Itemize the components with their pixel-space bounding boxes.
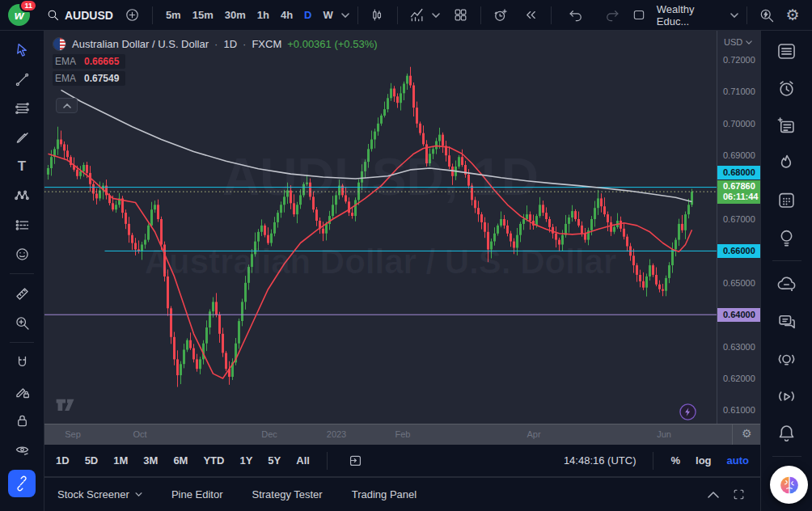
range-5y[interactable]: 5Y bbox=[268, 454, 281, 467]
magnet-tool[interactable] bbox=[11, 351, 33, 374]
tab-pine-editor[interactable]: Pine Editor bbox=[171, 488, 223, 500]
range-6m[interactable]: 6M bbox=[173, 454, 188, 467]
auto-scale-toggle[interactable]: auto bbox=[727, 454, 749, 467]
range-1m[interactable]: 1M bbox=[113, 454, 128, 467]
range-ytd[interactable]: YTD bbox=[203, 454, 224, 467]
range-1d[interactable]: 1D bbox=[56, 454, 70, 467]
indicator-row-ema-1[interactable]: EMA 0.66665 bbox=[53, 54, 125, 69]
tab-stock-screener[interactable]: Stock Screener bbox=[57, 488, 142, 500]
candlestick-chart[interactable] bbox=[44, 31, 717, 424]
watchlist-icon bbox=[776, 40, 797, 62]
interval-menu-chevron[interactable] bbox=[341, 13, 349, 18]
lock-all-drawings-tool[interactable] bbox=[11, 409, 33, 432]
ai-assistant-button[interactable] bbox=[770, 466, 808, 504]
magnet-icon bbox=[14, 354, 31, 371]
indicators-button[interactable] bbox=[406, 4, 429, 27]
xabcd-pattern-tool[interactable] bbox=[11, 184, 33, 207]
forecast-icon bbox=[14, 217, 31, 234]
interval-switcher: 5m 15m 30m 1h 4h D W bbox=[161, 9, 338, 21]
range-3m[interactable]: 3M bbox=[143, 454, 158, 467]
redo-button[interactable] bbox=[602, 4, 624, 27]
compare-add-button[interactable] bbox=[121, 4, 144, 27]
instant-trading-button[interactable] bbox=[679, 403, 697, 421]
settings-button[interactable]: ⚙ bbox=[781, 4, 804, 27]
tab-strategy-tester[interactable]: Strategy Tester bbox=[252, 488, 322, 500]
forecast-tool[interactable] bbox=[11, 213, 33, 236]
chevron-down-icon bbox=[135, 492, 142, 496]
layout-name[interactable]: Wealthy Educ... bbox=[657, 3, 724, 27]
tradingview-logo[interactable] bbox=[54, 396, 78, 412]
fib-retracement-tool[interactable] bbox=[11, 97, 33, 120]
play-waves-icon bbox=[776, 385, 797, 407]
data-window-button[interactable] bbox=[776, 115, 797, 137]
indicator-row-ema-2[interactable]: EMA 0.67549 bbox=[53, 71, 125, 86]
live-ideas-button[interactable] bbox=[776, 348, 797, 370]
streams-button[interactable] bbox=[776, 385, 797, 407]
layout-menu-chevron[interactable] bbox=[730, 13, 738, 18]
hotlists-button[interactable] bbox=[776, 152, 797, 174]
candle-style-button[interactable] bbox=[366, 4, 389, 27]
zoom-in-tool[interactable] bbox=[11, 311, 33, 334]
chart-pane[interactable]: AUDUSD, 1D Australian Dollar / U.S. Doll… bbox=[44, 31, 717, 424]
chat-button[interactable] bbox=[776, 310, 797, 332]
symbol-search-button[interactable]: AUDUSD bbox=[41, 3, 118, 27]
hide-all-drawings-tool[interactable] bbox=[11, 438, 33, 461]
alert-button[interactable] bbox=[489, 4, 512, 27]
range-all[interactable]: All bbox=[296, 454, 310, 467]
emoji-tool[interactable] bbox=[11, 243, 33, 265]
clock-utc[interactable]: 14:48:16 (UTC) bbox=[564, 454, 636, 467]
interval-30m[interactable]: 30m bbox=[225, 9, 246, 21]
alerts-button[interactable] bbox=[776, 78, 797, 99]
range-5d[interactable]: 5D bbox=[85, 454, 99, 467]
layout-grid-button[interactable] bbox=[450, 4, 472, 27]
tab-trading-panel[interactable]: Trading Panel bbox=[352, 488, 417, 500]
layout-save-checkbox[interactable] bbox=[628, 4, 650, 27]
price-tick: 0.70000 bbox=[723, 119, 755, 129]
goto-date-button[interactable] bbox=[345, 450, 367, 472]
square-checkbox-icon bbox=[632, 8, 646, 22]
log-scale-toggle[interactable]: log bbox=[696, 454, 712, 467]
gear-icon: ⚙ bbox=[785, 7, 799, 23]
text-tool[interactable]: T bbox=[11, 155, 33, 178]
minds-button[interactable] bbox=[776, 273, 797, 295]
indicator-templates-chevron[interactable] bbox=[432, 13, 440, 18]
undo-button[interactable] bbox=[565, 4, 587, 27]
notifications-button[interactable] bbox=[776, 422, 797, 444]
alarm-plus-icon bbox=[493, 7, 509, 23]
pencil-lock-icon bbox=[14, 383, 31, 400]
time-scale-settings-button[interactable]: ⚙ bbox=[742, 428, 752, 439]
time-tick: Oct bbox=[133, 429, 146, 439]
brush-tool[interactable] bbox=[11, 126, 33, 149]
calendar-button[interactable] bbox=[776, 189, 797, 211]
bar-replay-button[interactable] bbox=[520, 4, 543, 27]
watchlist-button[interactable] bbox=[776, 40, 797, 62]
interval-1w[interactable]: W bbox=[323, 9, 332, 21]
note-plus-icon bbox=[776, 115, 797, 137]
toolbar-divider bbox=[10, 273, 34, 274]
legend-separator: · bbox=[243, 38, 246, 50]
ideas-button[interactable] bbox=[776, 226, 797, 248]
price-scale-currency[interactable]: USD bbox=[724, 37, 752, 47]
interval-4h[interactable]: 4h bbox=[281, 9, 293, 21]
percent-scale-toggle[interactable]: % bbox=[670, 454, 680, 467]
panel-fullscreen-button[interactable] bbox=[732, 488, 746, 501]
price-scale[interactable]: USD 0.720000.710000.700000.690000.670000… bbox=[717, 31, 760, 424]
quick-search-button[interactable] bbox=[755, 4, 778, 27]
time-scale[interactable]: SepOctDec2023FebAprJun ⚙ bbox=[44, 424, 760, 445]
legend-title-row[interactable]: Australian Dollar / U.S. Dollar · 1D · F… bbox=[53, 36, 378, 52]
sidebar-divider bbox=[772, 260, 801, 261]
measure-tool[interactable] bbox=[11, 282, 33, 305]
interval-1h[interactable]: 1h bbox=[257, 9, 269, 21]
drawing-mode-tool[interactable] bbox=[11, 380, 33, 403]
time-tick: 2023 bbox=[327, 429, 346, 439]
interval-15m[interactable]: 15m bbox=[192, 9, 214, 21]
range-1y[interactable]: 1Y bbox=[239, 454, 252, 467]
trend-line-tool[interactable] bbox=[11, 68, 33, 91]
panel-expand-button[interactable] bbox=[708, 491, 719, 498]
interval-5m[interactable]: 5m bbox=[166, 9, 181, 21]
app-logo[interactable]: w 11 bbox=[8, 4, 30, 26]
cursor-tool[interactable] bbox=[11, 39, 33, 61]
sync-drawings-button[interactable] bbox=[8, 470, 36, 497]
legend-collapse-button[interactable] bbox=[56, 98, 78, 113]
interval-1d[interactable]: D bbox=[304, 9, 311, 21]
